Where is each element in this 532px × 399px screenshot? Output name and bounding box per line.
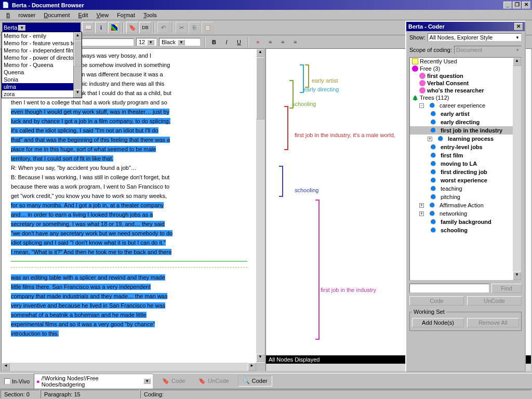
doclist-item[interactable]: Memo for - feature versus te: [2, 39, 82, 47]
show-selector[interactable]: All Nodes, Explorer Style▼: [428, 33, 522, 42]
coder-titlebar[interactable]: Berta - Coder ✕: [406, 22, 525, 31]
align-right-button[interactable]: ≡: [277, 37, 288, 47]
tree-node[interactable]: pitching: [410, 193, 521, 201]
scroll-up-icon[interactable]: ▲: [74, 32, 82, 41]
size-selector[interactable]: 12▼: [136, 38, 157, 46]
coder-close-button[interactable]: ✕: [514, 23, 523, 30]
underline-button[interactable]: U: [234, 37, 244, 47]
tree-node[interactable]: 🌲Trees (112): [410, 94, 521, 101]
doclist-item[interactable]: zora: [2, 90, 82, 98]
doclist-item[interactable]: Memo for - emily: [2, 32, 82, 39]
tree-scrollbar[interactable]: ▲ ▼: [513, 58, 521, 280]
bold-button[interactable]: B: [209, 37, 219, 47]
align-left-button[interactable]: ≡: [252, 37, 263, 47]
find-button[interactable]: Find: [491, 284, 522, 293]
doclist-item[interactable]: Memo for - independent film: [2, 47, 82, 54]
menu-document[interactable]: Document: [39, 11, 74, 19]
tree-node[interactable]: entry-level jobs: [410, 143, 521, 151]
copy-icon[interactable]: ⎘: [189, 22, 201, 33]
doclist-item[interactable]: Queena: [2, 69, 82, 76]
align-justify-button[interactable]: ≡: [290, 37, 300, 47]
stripe-label[interactable]: schooling: [295, 187, 318, 193]
tree-node[interactable]: +networking: [410, 209, 521, 218]
db-icon[interactable]: DB: [139, 22, 151, 33]
tree-node[interactable]: +learning process: [410, 135, 521, 143]
scroll-down-icon[interactable]: ▼: [256, 354, 264, 362]
find-input[interactable]: [409, 284, 489, 293]
scroll-down-icon[interactable]: ▼: [74, 89, 82, 98]
align-center-button[interactable]: ≡: [265, 37, 275, 47]
tree-node[interactable]: Verbal Consent: [410, 79, 521, 87]
node-tree[interactable]: Recently UsedFree (3)first questionVerba…: [409, 57, 522, 281]
info-icon[interactable]: i: [95, 22, 107, 33]
tree-node[interactable]: first directing job: [410, 168, 521, 176]
book-icon[interactable]: 📖: [82, 22, 94, 33]
tag-icon[interactable]: 🔖: [126, 22, 138, 33]
cut-icon[interactable]: ✂: [176, 22, 188, 33]
statusbar: Section: 0 Paragraph: 15 Coding:: [0, 389, 532, 399]
stripe-label[interactable]: early artist: [312, 77, 338, 84]
stripe-label[interactable]: first job in the industry, it's a male w…: [295, 132, 395, 138]
window-title: Berta - Document Browser: [12, 2, 84, 8]
tree-node[interactable]: early directing: [410, 118, 521, 126]
menu-view[interactable]: View: [92, 11, 113, 19]
tree-node[interactable]: schooling: [410, 226, 521, 234]
grid-icon[interactable]: [108, 22, 120, 33]
scroll-left-icon[interactable]: ◄: [2, 363, 10, 371]
color-selector[interactable]: Black▼: [159, 38, 201, 46]
tree-node[interactable]: first question: [410, 72, 521, 79]
tree-node[interactable]: worst experience: [410, 176, 521, 184]
tree-node[interactable]: Free (3): [410, 65, 521, 72]
scroll-thumb[interactable]: [256, 57, 264, 119]
doclist-item[interactable]: Memo for - power of director: [2, 54, 82, 61]
scroll-thumb[interactable]: [74, 41, 82, 66]
stripe-label[interactable]: schooling: [292, 101, 316, 107]
vertical-scrollbar[interactable]: ▲ ▼: [256, 49, 264, 362]
node-icon: ●: [36, 378, 40, 384]
close-button[interactable]: ✕: [522, 2, 530, 9]
horizontal-scrollbar[interactable]: ◄ ►: [2, 363, 256, 371]
status-paragraph: Paragraph: 15: [41, 390, 139, 398]
stripe-label[interactable]: first job in the industry: [321, 287, 376, 293]
node-path-selector[interactable]: ● /!Working Nodes!/Free Nodes/badgering …: [34, 374, 153, 389]
undo-icon[interactable]: ↶: [157, 22, 169, 33]
checkbox-icon[interactable]: [4, 378, 10, 384]
tree-node[interactable]: first film: [410, 151, 521, 159]
scroll-right-icon[interactable]: ►: [248, 363, 256, 371]
uncode-button-bottom[interactable]: 🔖UnCode: [194, 376, 233, 387]
italic-button[interactable]: I: [221, 37, 232, 47]
stripe-label[interactable]: early directing: [303, 86, 339, 92]
doclist-item[interactable]: ulma: [2, 83, 82, 90]
tree-node[interactable]: family background: [410, 218, 521, 226]
tree-node[interactable]: teaching: [410, 184, 521, 193]
scroll-down-icon[interactable]: ▼: [513, 272, 521, 280]
doclist-item[interactable]: Sonia: [2, 76, 82, 83]
tree-node[interactable]: first job in the industry: [410, 126, 521, 135]
menu-browser[interactable]: Browser: [2, 11, 39, 19]
code-button[interactable]: Code: [409, 296, 464, 305]
paste-icon[interactable]: 📋: [202, 22, 214, 33]
minimize-button[interactable]: _: [503, 2, 512, 9]
remove-all-button[interactable]: Remove All: [467, 318, 519, 327]
scroll-up-icon[interactable]: ▲: [513, 58, 521, 66]
coder-button-bottom[interactable]: 🔍Coder: [238, 376, 272, 387]
menu-tools[interactable]: Tools: [139, 11, 161, 19]
tree-node[interactable]: -career experience: [410, 101, 521, 110]
menu-format[interactable]: Format: [113, 11, 139, 19]
coder-panel: Berta - Coder ✕ Show: All Nodes, Explore…: [405, 21, 526, 372]
add-nodes-button[interactable]: Add Node(s): [412, 318, 464, 327]
maximize-button[interactable]: ❐: [513, 2, 521, 9]
tree-node[interactable]: who's the researcher: [410, 87, 521, 94]
invivo-checkbox[interactable]: In-Vivo: [4, 378, 30, 384]
tree-node[interactable]: early artist: [410, 110, 521, 118]
doclist-item[interactable]: Memo for - Queena: [2, 61, 82, 69]
status-section: Section: 0: [1, 390, 39, 398]
tree-node[interactable]: Recently Used: [410, 58, 521, 65]
tree-node[interactable]: +Affirmative Action: [410, 201, 521, 209]
menu-edit[interactable]: Edit: [74, 11, 92, 19]
document-dropdown-list[interactable]: Memo for - emilyMemo for - feature versu…: [2, 32, 82, 98]
code-button-bottom[interactable]: 🔖Code: [157, 376, 190, 387]
tree-node[interactable]: moving to LA: [410, 159, 521, 168]
uncode-button[interactable]: UnCode: [467, 296, 522, 305]
scroll-up-icon[interactable]: ▲: [256, 49, 264, 57]
